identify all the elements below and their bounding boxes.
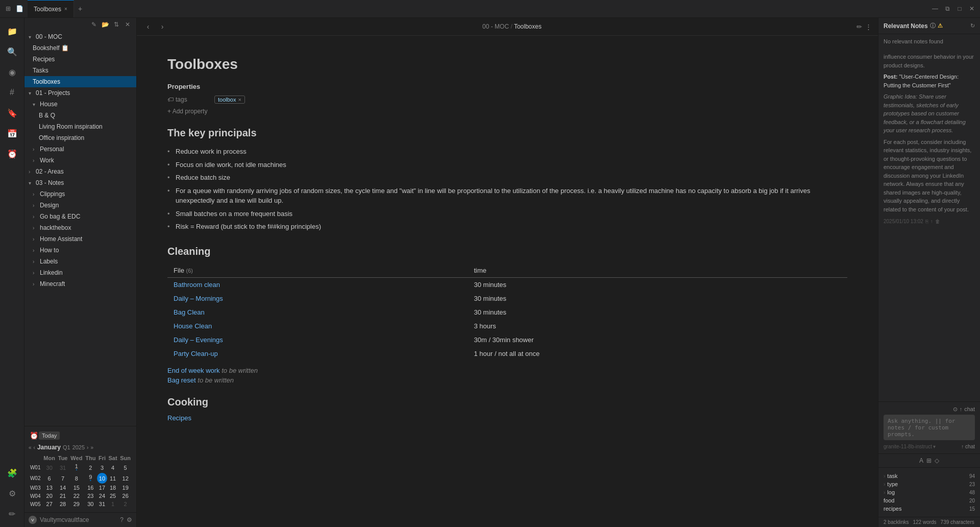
calendar-day[interactable]: 30 — [42, 462, 57, 473]
activity-bookmark-icon[interactable]: 🔖 — [3, 104, 21, 122]
restore-icon[interactable]: ⧉ — [943, 5, 951, 13]
cal-prev[interactable]: ‹ — [34, 445, 35, 450]
calendar-day[interactable]: 27 — [42, 500, 57, 508]
sidebar-item-personal[interactable]: › Personal — [24, 143, 136, 155]
calendar-day[interactable]: 4 — [107, 462, 119, 473]
activity-search-icon[interactable]: 🔍 — [3, 42, 21, 61]
tag-icon2[interactable]: ⊞ — [926, 457, 932, 464]
file-link[interactable]: Bathroom clean — [174, 281, 220, 289]
calendar-day[interactable]: 23 — [84, 492, 97, 500]
file-link[interactable]: Bag Clean — [174, 308, 205, 316]
grid-icon[interactable]: ⊞ — [4, 5, 12, 13]
activity-tag-icon[interactable]: # — [3, 83, 21, 102]
calendar-day[interactable]: 30 — [84, 500, 97, 508]
calendar-day[interactable]: 2 — [118, 500, 132, 508]
calendar-day[interactable]: 29 — [69, 500, 84, 508]
sidebar-item-linkedin[interactable]: › Linkedin — [24, 267, 136, 278]
tag-stat-task[interactable]: › task 94 — [884, 472, 975, 480]
sidebar-item-gobag[interactable]: › Go bag & EDC — [24, 211, 136, 222]
recipes-link[interactable]: Recipes — [167, 414, 191, 422]
tag-stat-food[interactable]: food 20 — [884, 496, 975, 505]
share-icon[interactable]: ↑ — [930, 218, 933, 225]
tag-stat-log[interactable]: › log 48 — [884, 488, 975, 496]
file-link[interactable]: Daily – Evenings — [174, 336, 223, 344]
activity-settings-icon[interactable]: ⚙ — [3, 484, 21, 502]
cal-next-next[interactable]: » — [90, 445, 93, 450]
add-property-button[interactable]: + Add property — [167, 108, 847, 115]
tag-icon3[interactable]: ◇ — [935, 457, 939, 464]
sidebar-item-work[interactable]: › Work — [24, 155, 136, 166]
activity-explorer-icon[interactable]: 📁 — [3, 22, 21, 40]
calendar-day[interactable]: 5 — [118, 462, 132, 473]
sidebar-item-house[interactable]: ▾ House — [24, 99, 136, 110]
calendar-day[interactable]: 24 — [97, 492, 107, 500]
today-button[interactable]: Today — [39, 432, 60, 440]
calendar-day[interactable]: 15 — [69, 484, 84, 492]
tag-value[interactable]: toolbox × — [214, 95, 245, 104]
sidebar-item-homeassistant[interactable]: › Home Assistant — [24, 233, 136, 245]
ai-send-button[interactable]: ↑ chat — [961, 444, 975, 449]
trash-icon[interactable]: 🗑 — [935, 218, 940, 225]
sidebar-item-recipes[interactable]: Recipes — [24, 54, 136, 65]
calendar-day[interactable]: 17 — [97, 484, 107, 492]
activity-puzzle-icon[interactable]: 🧩 — [3, 464, 21, 482]
file-link[interactable]: House Clean — [174, 322, 212, 330]
copy-icon[interactable]: ⎘ — [925, 218, 928, 225]
sidebar-item-clippings[interactable]: › Clippings — [24, 188, 136, 200]
sidebar-item-toolboxes[interactable]: Toolboxes — [24, 76, 136, 87]
help-icon[interactable]: ? — [120, 516, 124, 523]
back-button[interactable]: ‹ — [143, 21, 153, 32]
calendar-day[interactable]: 26 — [118, 492, 132, 500]
refresh-icon[interactable]: ↻ — [970, 22, 975, 29]
calendar-day[interactable]: 19 — [118, 484, 132, 492]
calendar-day[interactable]: 9 — [84, 473, 97, 484]
new-note-icon[interactable]: ✎ — [89, 20, 99, 29]
file-link[interactable]: Party Clean-up — [174, 350, 218, 357]
calendar-day[interactable]: 6 — [42, 473, 57, 484]
sidebar-item-design[interactable]: › Design — [24, 200, 136, 211]
more-icon[interactable]: ⋮ — [865, 23, 872, 31]
calendar-day[interactable]: 12 — [118, 473, 132, 484]
calendar-day[interactable]: 25 — [107, 492, 119, 500]
calendar-day[interactable]: 1 — [69, 462, 84, 473]
settings-user-icon[interactable]: ⚙ — [127, 516, 132, 523]
backlinks-count[interactable]: 2 backlinks — [884, 519, 909, 525]
activity-calendar-icon[interactable]: 📅 — [3, 124, 21, 142]
sidebar-item-projects[interactable]: ▾ 01 - Projects — [24, 87, 136, 99]
sidebar-item-livingroom[interactable]: Living Room inspiration — [24, 121, 136, 132]
forward-button[interactable]: › — [157, 21, 167, 32]
tag-remove-icon[interactable]: × — [238, 97, 241, 103]
sidebar-item-areas[interactable]: › 02 - Areas — [24, 166, 136, 177]
calendar-day[interactable]: 31 — [97, 500, 107, 508]
sidebar-item-bq[interactable]: B & Q — [24, 110, 136, 121]
calendar-day[interactable]: 1 — [107, 500, 119, 508]
tag-stat-type[interactable]: › type 23 — [884, 480, 975, 488]
cal-prev-prev[interactable]: « — [29, 445, 32, 450]
calendar-day[interactable]: 20 — [42, 492, 57, 500]
calendar-day[interactable]: 21 — [57, 492, 69, 500]
calendar-icon[interactable]: ⏰ — [29, 430, 39, 441]
calendar-day[interactable]: 2 — [84, 462, 97, 473]
calendar-day-today[interactable]: 10 — [97, 473, 107, 484]
calendar-day[interactable]: 28 — [57, 500, 69, 508]
activity-clock-icon[interactable]: ⏰ — [3, 145, 21, 163]
calendar-day[interactable]: 11 — [107, 473, 119, 484]
sidebar-item-bookshelf[interactable]: Bookshelf 📋 — [24, 42, 136, 54]
tag-stat-recipes[interactable]: recipes 15 — [884, 505, 975, 513]
calendar-day[interactable]: 22 — [69, 492, 84, 500]
file-icon[interactable]: 📄 — [15, 5, 23, 13]
calendar-day[interactable]: 16 — [84, 484, 97, 492]
sidebar-item-hackthebox[interactable]: › hackthebox — [24, 222, 136, 233]
calendar-day[interactable]: 3 — [97, 462, 107, 473]
close-window-icon[interactable]: ✕ — [968, 5, 976, 13]
cal-next[interactable]: › — [87, 445, 88, 450]
sidebar-item-officeinspiration[interactable]: Office inspiration — [24, 132, 136, 143]
calendar-day[interactable]: 13 — [42, 484, 57, 492]
activity-graph-icon[interactable]: ◉ — [3, 63, 21, 81]
sidebar-item-minecraft[interactable]: › Minecraft — [24, 278, 136, 290]
tag-icon1[interactable]: A — [919, 457, 923, 464]
calendar-day[interactable]: 7 — [57, 473, 69, 484]
tab-toolboxes[interactable]: Toolboxes × — [28, 0, 74, 17]
sort-icon[interactable]: ⇅ — [112, 20, 121, 29]
minimize-icon[interactable]: — — [931, 5, 939, 13]
